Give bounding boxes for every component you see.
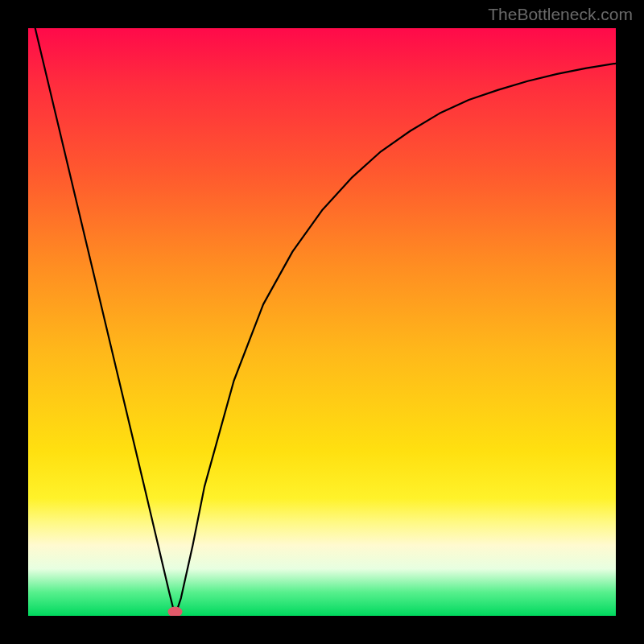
minimum-marker (168, 607, 183, 617)
attribution-label: TheBottleneck.com (488, 5, 633, 24)
chart-frame: TheBottleneck.com (0, 0, 644, 644)
plot-area (28, 28, 616, 616)
curve-layer (28, 28, 616, 616)
bottleneck-curve (28, 28, 616, 616)
